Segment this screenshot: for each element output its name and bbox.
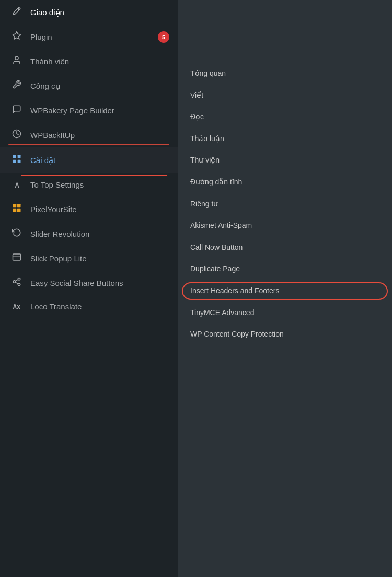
sidebar-item-cai-dat[interactable]: Cài đặt [0, 147, 178, 173]
sidebar-label-cai-dat: Cài đặt [30, 155, 169, 166]
svg-rect-3 [18, 155, 21, 158]
submenu-wp-content-copy[interactable]: WP Content Copy Protection [178, 324, 392, 345]
caidat-arrow [21, 175, 167, 176]
totop-icon: ∧ [10, 179, 23, 191]
svg-rect-9 [17, 209, 21, 212]
sidebar-label-slick-popup: Slick Popup Lite [30, 253, 169, 264]
sidebar-label-thanh-vien: Thành viên [30, 56, 169, 67]
settings-icon [10, 154, 23, 167]
wrench-icon [10, 80, 23, 92]
svg-rect-4 [13, 160, 16, 163]
submenu-label-doc: Đọc [190, 112, 204, 121]
sidebar-item-to-top-settings[interactable]: ∧ To Top Settings [0, 173, 178, 197]
sidebar-label-plugin: Plugin [30, 32, 149, 42]
sidebar-label-easy-social: Easy Social Share Buttons [30, 278, 169, 288]
sidebar-item-plugin[interactable]: Plugin 5 [0, 25, 178, 49]
sidebar-item-pixelyoursite[interactable]: PixelYourSite [0, 197, 178, 222]
submenu-label-rieng-tu: Riêng tư [190, 200, 218, 208]
sidebar-item-easy-social[interactable]: Easy Social Share Buttons [0, 271, 178, 295]
svg-rect-10 [13, 254, 21, 260]
sidebar-item-slider-revolution[interactable]: Slider Revolution [0, 222, 178, 246]
submenu-label-insert-headers-footers: Insert Headers and Footers [190, 286, 279, 295]
svg-rect-7 [17, 204, 21, 208]
sidebar-label-giao-dien: Giao diện [30, 7, 169, 18]
sidebar-label-slider-revolution: Slider Revolution [30, 229, 169, 239]
share-icon [10, 277, 23, 289]
submenu-tong-quan[interactable]: Tổng quan [178, 63, 392, 85]
sidebar-label-to-top-settings: To Top Settings [30, 180, 169, 190]
submenu-label-thao-luan: Thảo luận [190, 134, 224, 143]
submenu-doc[interactable]: Đọc [178, 106, 392, 128]
submenu-duplicate-page[interactable]: Duplicate Page [178, 258, 392, 280]
pixel-icon [10, 203, 23, 215]
sidebar-label-wpbackitup: WPBackItUp [30, 130, 169, 141]
submenu-label-akismet: Akismet Anti-Spam [190, 221, 252, 229]
submenu-panel: Tổng quan Viết Đọc Thảo luận Thư viện Đư… [178, 0, 392, 577]
submenu-tinymce[interactable]: TinyMCE Advanced [178, 302, 392, 324]
submenu-label-thu-vien: Thư viện [190, 156, 220, 164]
submenu-label-duong-dan-tinh: Đường dẫn tĩnh [190, 178, 242, 186]
brush-icon [10, 6, 23, 18]
submenu-viet[interactable]: Viết [178, 85, 392, 107]
svg-point-0 [15, 56, 18, 60]
wpbackitup-underline [8, 144, 169, 145]
submenu-duong-dan-tinh[interactable]: Đường dẫn tĩnh [178, 171, 392, 193]
submenu-label-call-now-button: Call Now Button [190, 243, 243, 251]
loco-icon: Ax [10, 303, 23, 310]
sidebar-item-cong-cu[interactable]: Công cụ [0, 74, 178, 98]
plugin-icon [10, 31, 23, 43]
svg-rect-8 [13, 209, 17, 212]
backup-icon [10, 129, 23, 141]
sidebar-item-thanh-vien[interactable]: Thành viên [0, 49, 178, 74]
sidebar-label-loco-translate: Loco Translate [30, 302, 169, 312]
user-icon [10, 55, 23, 67]
submenu-label-duplicate-page: Duplicate Page [190, 264, 240, 273]
slider-icon [10, 228, 23, 240]
svg-line-15 [15, 282, 18, 284]
submenu-akismet[interactable]: Akismet Anti-Spam [178, 215, 392, 237]
submenu-insert-headers-footers[interactable]: Insert Headers and Footers [178, 280, 392, 302]
sidebar-item-loco-translate[interactable]: Ax Loco Translate [0, 295, 178, 318]
svg-line-16 [15, 280, 18, 281]
popup-icon [10, 252, 23, 264]
sidebar-item-giao-dien[interactable]: Giao diện [0, 0, 178, 25]
sidebar: Giao diện Plugin 5 Thành viên Công cụ [0, 0, 178, 577]
submenu-thao-luan[interactable]: Thảo luận [178, 128, 392, 150]
plugin-badge: 5 [158, 31, 169, 43]
submenu-thu-vien[interactable]: Thư viện [178, 149, 392, 171]
sidebar-label-cong-cu: Công cụ [30, 81, 169, 91]
sidebar-item-slick-popup[interactable]: Slick Popup Lite [0, 246, 178, 271]
svg-rect-6 [13, 204, 17, 208]
submenu-rieng-tu[interactable]: Riêng tư [178, 193, 392, 215]
sidebar-label-wpbakery: WPBakery Page Builder [30, 106, 169, 116]
sidebar-item-wpbackitup[interactable]: WPBackItUp [0, 123, 178, 147]
svg-rect-2 [13, 155, 16, 158]
sidebar-item-wpbakery[interactable]: WPBakery Page Builder [0, 98, 178, 123]
submenu-call-now-button[interactable]: Call Now Button [178, 237, 392, 259]
submenu-label-tinymce: TinyMCE Advanced [190, 308, 254, 317]
submenu-label-tong-quan: Tổng quan [190, 69, 226, 77]
wpbakery-icon [10, 105, 23, 117]
sidebar-label-pixelyoursite: PixelYourSite [30, 204, 169, 215]
submenu-label-wp-content-copy: WP Content Copy Protection [190, 330, 284, 338]
submenu-label-viet: Viết [190, 91, 203, 99]
svg-rect-5 [18, 160, 21, 163]
